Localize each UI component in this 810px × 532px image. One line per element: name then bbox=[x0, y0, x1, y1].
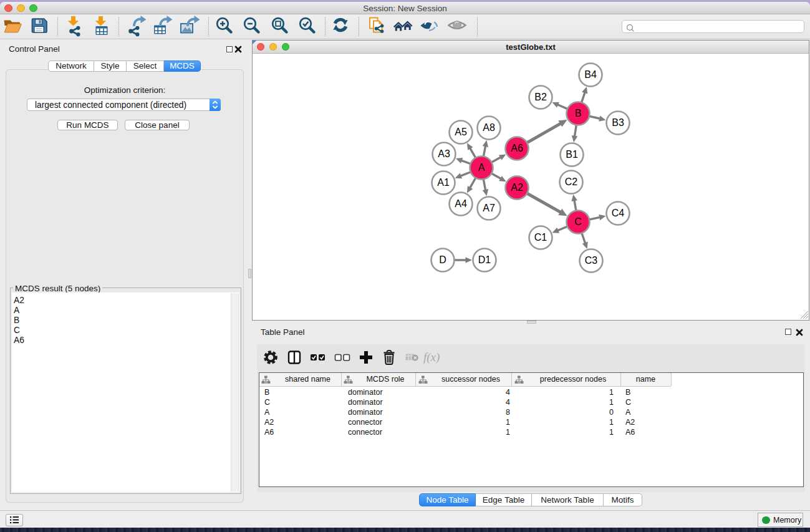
svg-text:f(x): f(x) bbox=[423, 351, 440, 364]
svg-text:C2: C2 bbox=[565, 177, 578, 187]
svg-text:B1: B1 bbox=[566, 149, 578, 160]
svg-text:D: D bbox=[439, 254, 446, 265]
svg-text:B4: B4 bbox=[584, 69, 597, 80]
svg-text:A4: A4 bbox=[455, 198, 467, 209]
svg-text:A7: A7 bbox=[483, 203, 495, 213]
svg-text:A: A bbox=[478, 162, 485, 173]
svg-text:C3: C3 bbox=[585, 255, 598, 266]
svg-text:B3: B3 bbox=[612, 117, 624, 128]
svg-text:D1: D1 bbox=[478, 254, 491, 265]
svg-text:B2: B2 bbox=[534, 92, 547, 102]
svg-text:A6: A6 bbox=[511, 143, 523, 153]
svg-text:A8: A8 bbox=[483, 122, 495, 133]
svg-text:B: B bbox=[575, 108, 582, 118]
svg-text:C: C bbox=[574, 216, 582, 227]
svg-text:A1: A1 bbox=[437, 177, 450, 188]
svg-text:C1: C1 bbox=[534, 232, 547, 243]
svg-text:A5: A5 bbox=[455, 127, 467, 137]
svg-text:C4: C4 bbox=[612, 208, 625, 218]
svg-text:A3: A3 bbox=[438, 148, 450, 159]
svg-text:A2: A2 bbox=[511, 182, 523, 193]
